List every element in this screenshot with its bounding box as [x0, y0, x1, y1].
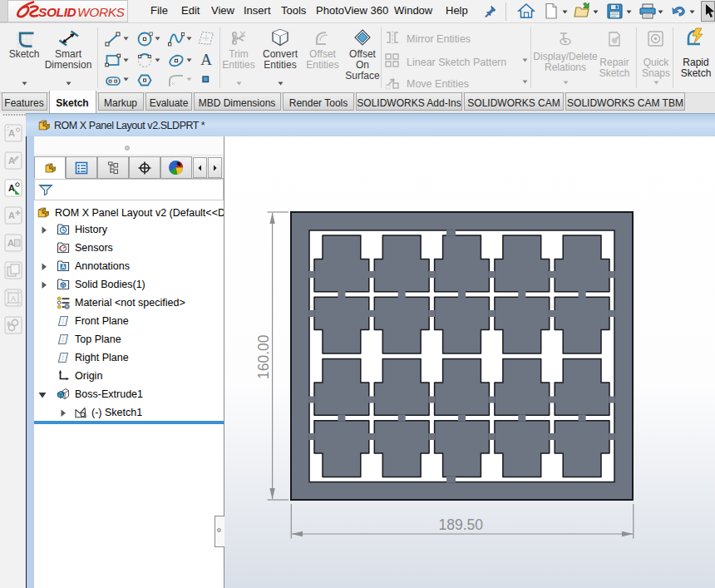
svg-text:189.50: 189.50 [439, 516, 484, 533]
svg-text:160.00: 160.00 [255, 334, 272, 379]
